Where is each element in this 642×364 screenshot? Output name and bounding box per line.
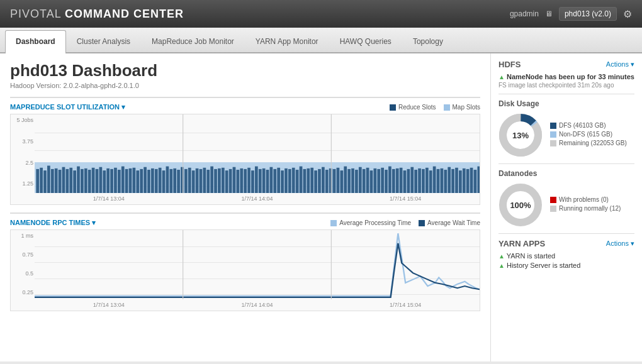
svg-rect-120 [477,167,480,193]
svg-rect-104 [418,168,421,193]
hdfs-title: HDFS [498,60,521,69]
yarn-apps-header: YARN APPS Actions ▾ [498,239,634,248]
svg-rect-20 [106,168,110,193]
svg-rect-3 [43,170,47,193]
svg-rect-27 [133,168,136,193]
tab-bar: Dashboard Cluster Analysis MapReduce Job… [0,28,642,53]
svg-rect-60 [255,167,258,193]
mapreduce-legend: Reduce Slots Map Slots [390,104,480,111]
divider-2 [498,163,634,164]
svg-rect-114 [455,168,458,193]
header-controls: gpadmin 🖥 phd013 (v2.0) ⚙ [510,7,632,21]
svg-rect-95 [385,170,388,193]
svg-rect-88 [359,167,362,193]
svg-rect-98 [396,168,399,193]
hdfs-action[interactable]: Actions ▾ [606,60,634,69]
tab-mapreduce[interactable]: MapReduce Job Monitor [141,30,245,52]
svg-rect-56 [240,168,243,193]
settings-button[interactable]: ⚙ [623,8,632,20]
svg-rect-78 [322,167,325,193]
svg-rect-71 [296,170,299,193]
rpc-title[interactable]: NAMENODE RPC TIMES ▾ [10,219,96,227]
cluster-icon: 🖥 [545,9,553,18]
svg-rect-10 [69,168,72,193]
svg-rect-25 [125,169,128,193]
rpc-legend: Average Processing Time Average Wait Tim… [330,219,480,226]
svg-rect-46 [203,168,206,193]
disk-donut-label: 13% [512,131,529,140]
svg-rect-96 [388,167,391,193]
mapreduce-x-labels: 1/7/14 13:04 1/7/14 14:04 1/7/14 15:04 [35,193,480,204]
yarn-apps-action[interactable]: Actions ▾ [606,240,634,248]
svg-rect-39 [177,170,180,193]
svg-rect-43 [192,170,195,193]
svg-rect-100 [403,170,407,193]
svg-rect-97 [392,169,395,193]
yarn-status-icon-2: ▲ [498,262,505,269]
svg-rect-102 [410,167,414,193]
svg-rect-52 [225,170,228,193]
datanodes-title: Datanodes [498,169,634,178]
svg-rect-67 [281,170,284,193]
svg-rect-36 [166,167,169,193]
main-content: phd013 Dashboard Hadoop Version: 2.0.2-a… [0,53,642,361]
svg-rect-12 [77,167,80,193]
dfs-legend-box [550,123,556,129]
mapreduce-title[interactable]: MAPREDUCE SLOT UTILIZATION ▾ [10,103,125,111]
tab-hawq[interactable]: HAWQ Queries [329,30,402,52]
svg-rect-44 [196,168,199,193]
svg-rect-11 [73,170,76,193]
divider-1 [498,94,634,94]
svg-rect-58 [247,168,251,193]
svg-rect-28 [136,170,139,193]
svg-rect-15 [88,170,91,193]
datanodes-row: 100% With problems (0) Running normally … [498,183,634,227]
tab-dashboard[interactable]: Dashboard [5,30,66,53]
problems-legend-box [550,197,556,203]
svg-rect-81 [333,169,336,193]
disk-legend: DFS (46103 GB) Non-DFS (615 GB) Remainin… [550,122,627,148]
svg-rect-94 [381,168,384,193]
hdfs-section-header: HDFS Actions ▾ [498,60,634,69]
svg-rect-110 [441,168,444,193]
svg-rect-4 [47,166,50,193]
page-subtitle: Hadoop Version: 2.0.2-alpha-gphd-2.0.1.0 [10,82,480,89]
legend-wait-time: Average Wait Time [419,219,480,226]
svg-rect-5 [51,169,54,193]
svg-rect-116 [463,168,466,193]
non-dfs-legend-box [550,131,556,138]
title-prefix: PIVOTAL [10,8,65,20]
svg-rect-38 [173,168,176,193]
svg-rect-2 [40,168,43,193]
namenode-status: ▲ NameNode has been up for 33 minutes FS… [498,73,634,89]
rpc-chart-header: NAMENODE RPC TIMES ▾ Average Processing … [10,212,480,227]
svg-rect-72 [300,167,303,193]
tab-cluster-analysis[interactable]: Cluster Analysis [66,30,141,52]
disk-usage-row: 13% DFS (46103 GB) Non-DFS (615 GB) Rema… [498,113,634,157]
svg-rect-76 [314,170,317,193]
tab-topology[interactable]: Topology [402,30,454,52]
cluster-selector[interactable]: phd013 (v2.0) [559,7,617,21]
svg-rect-9 [65,169,69,193]
svg-rect-107 [429,170,432,193]
page-title: phd013 Dashboard [10,61,480,80]
wait-time-legend-label: Average Wait Time [427,219,480,226]
remaining-legend-box [550,140,556,146]
svg-rect-59 [251,170,254,193]
svg-rect-90 [366,168,369,193]
svg-rect-109 [437,169,440,193]
svg-rect-62 [262,168,266,193]
mapreduce-chart: 5 Jobs 3.75 2.5 1.25 /* bars rendered be… [10,114,480,205]
svg-rect-117 [466,169,470,193]
svg-rect-106 [425,168,429,193]
svg-rect-70 [292,168,295,193]
svg-rect-16 [92,168,95,193]
svg-rect-45 [200,169,203,193]
map-legend-label: Map Slots [453,104,480,111]
tab-yarn[interactable]: YARN App Monitor [245,30,329,52]
svg-rect-8 [62,167,65,193]
svg-rect-65 [273,169,276,193]
svg-rect-24 [121,167,125,193]
datanodes-legend: With problems (0) Running normally (12) [550,196,621,214]
remaining-legend-label: Remaining (322053 GB) [559,140,627,146]
